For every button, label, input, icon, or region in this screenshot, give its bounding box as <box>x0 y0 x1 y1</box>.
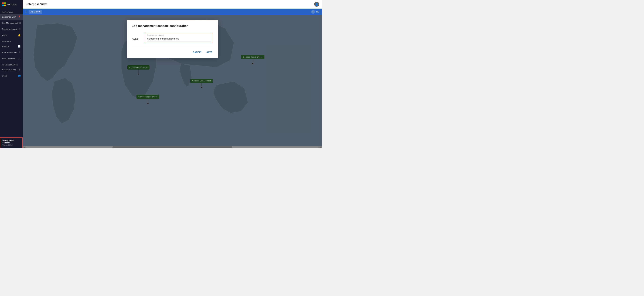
page-title: Enterprise View <box>26 3 46 6</box>
modal-overlay: Edit management console configuration Na… <box>23 15 322 148</box>
save-button[interactable]: SAVE <box>206 50 213 55</box>
sidebar-item-enterprise-view[interactable]: Enterprise View 📍 <box>0 14 23 20</box>
warning-icon: ⚠ <box>18 51 21 54</box>
bell-icon: 🔔 <box>18 34 21 37</box>
sidebar-item-site-management[interactable]: Site Management ⊞ <box>0 20 23 26</box>
modal-title: Edit management console configuration <box>132 24 213 28</box>
sidebar-nav: NAVIGATION Enterprise View 📍 Site Manage… <box>0 9 23 137</box>
topbar: Enterprise View 👤 <box>23 0 322 9</box>
nav-section-navigation: NAVIGATION <box>0 9 23 14</box>
map-area: Contoso Paris offices Contoso Tianjin of… <box>23 15 322 148</box>
location-icon: 📍 <box>18 16 21 18</box>
logo-text: Microsoft <box>7 3 17 6</box>
modal-name-field[interactable]: Management console <box>145 33 213 43</box>
all-sites-label: All Sites <box>30 10 38 13</box>
modal-field-label: Name <box>132 33 140 40</box>
nav-section-administration: ADMINISTRATION <box>0 62 23 67</box>
plus-icon: + <box>311 10 315 14</box>
filter-icon: ⚗ <box>18 57 21 60</box>
cancel-button[interactable]: CANCEL <box>192 50 203 55</box>
sidebar-item-risk-assessment[interactable]: Risk Assessment ⚠ <box>0 49 23 56</box>
modal-body: Name Management console <box>127 31 218 47</box>
user-avatar[interactable]: 👤 <box>314 2 319 7</box>
version-label: Version 22.3.4 <box>2 144 20 146</box>
sidebar-item-alert-exclusion[interactable]: Alert Exclusion ⚗ <box>0 56 23 62</box>
sidebar: Microsoft NAVIGATION Enterprise View 📍 S… <box>0 0 23 148</box>
sidebar-logo: Microsoft <box>0 0 23 9</box>
sidebar-item-device-inventory[interactable]: Device Inventory ☰ <box>0 26 23 32</box>
document-icon: 📄 <box>18 45 21 48</box>
microsoft-logo <box>2 3 6 6</box>
main-content: Enterprise View 👤 ℹ All Sites ▾ + Ne <box>23 0 322 148</box>
sidebar-item-access-groups[interactable]: Access Groups ⚙ <box>0 67 23 73</box>
info-icon[interactable]: ℹ <box>26 10 26 13</box>
input-placeholder-label: Management console <box>147 34 211 36</box>
modal-footer: CANCEL SAVE <box>127 47 218 58</box>
edit-modal: Edit management console configuration Na… <box>127 20 218 58</box>
sidebar-item-users[interactable]: Users 👥 <box>0 73 23 79</box>
users-icon: 👥 <box>18 74 21 77</box>
grid-icon: ⊞ <box>19 22 21 24</box>
access-icon: ⚙ <box>18 68 21 71</box>
list-icon: ☰ <box>18 28 21 30</box>
topbar-right: 👤 <box>314 2 319 7</box>
all-sites-dropdown[interactable]: All Sites ▾ <box>28 10 42 14</box>
sidebar-item-reports[interactable]: Reports 📄 <box>0 43 23 49</box>
management-console-label: Management console <box>2 139 20 144</box>
new-label: Ne <box>316 10 319 13</box>
management-console-name-input[interactable] <box>147 37 211 40</box>
management-console-nav-item[interactable]: Management console Version 22.3.4 <box>0 137 23 148</box>
modal-header: Edit management console configuration <box>127 20 218 31</box>
new-button[interactable]: + Ne <box>311 10 319 14</box>
nav-section-analysis: ANALYSIS <box>0 38 23 43</box>
subbar: ℹ All Sites ▾ + Ne <box>23 9 322 15</box>
sidebar-item-alerts[interactable]: Alerts 🔔 <box>0 32 23 38</box>
chevron-down-icon: ▾ <box>39 10 40 13</box>
